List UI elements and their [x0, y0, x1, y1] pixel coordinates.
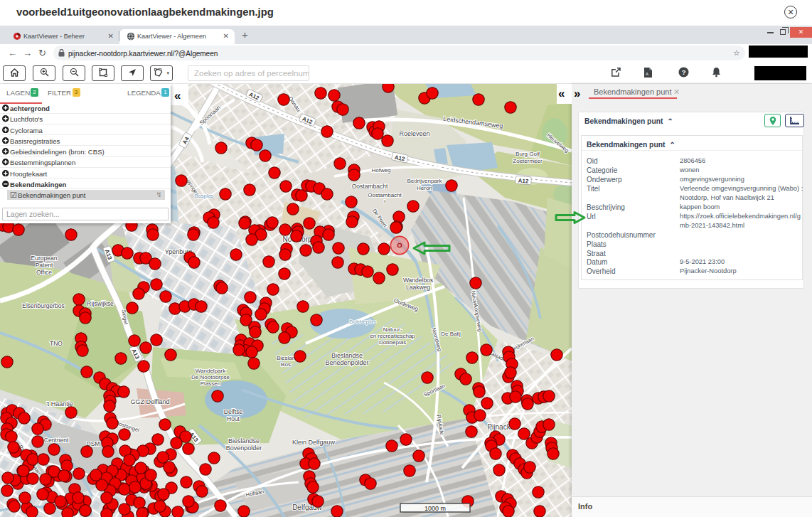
svg-text:Centrient: Centrient: [44, 437, 69, 444]
svg-text:Zoetermeer: Zoetermeer: [513, 158, 543, 164]
svg-text:Bieslan: Bieslan: [277, 355, 295, 361]
svg-text:Bieslandse: Bieslandse: [331, 352, 363, 359]
svg-text:European: European: [31, 255, 58, 262]
svg-text:Burg Golf: Burg Golf: [515, 151, 540, 157]
svg-text:Oostambacht: Oostambacht: [352, 183, 388, 190]
svg-text:Patent: Patent: [36, 262, 53, 269]
svg-text:Hofweg: Hofweg: [371, 167, 390, 174]
svg-text:A12: A12: [518, 177, 529, 184]
svg-text:De Balij: De Balij: [441, 331, 461, 337]
svg-text:Klein Delfgauw: Klein Delfgauw: [292, 439, 336, 446]
svg-text:Elsenburgerbos: Elsenburgerbos: [22, 302, 65, 309]
svg-text:Roeleveen: Roeleveen: [399, 130, 429, 137]
svg-text:Bieslandse: Bieslandse: [228, 437, 260, 444]
svg-text:Heron: Heron: [417, 185, 432, 191]
svg-text:TNO: TNO: [50, 340, 63, 347]
svg-text:De Nootdorpse: De Nootdorpse: [191, 374, 230, 380]
svg-text:Bos: Bos: [281, 361, 291, 368]
svg-text:Plassen: Plassen: [201, 380, 220, 387]
svg-text:GGZ Delfland: GGZ Delfland: [130, 398, 169, 405]
svg-text:Wandelbos: Wandelbos: [403, 277, 433, 284]
svg-text:Dobbeplas: Dobbeplas: [379, 339, 406, 346]
svg-text:Oostambacht: Oostambacht: [368, 192, 402, 198]
svg-text:en recreatieschap: en recreatieschap: [370, 333, 415, 339]
svg-text:Benedenpolder: Benedenpolder: [325, 359, 368, 366]
svg-text:I: I: [384, 198, 385, 205]
svg-text:Wandelpark: Wandelpark: [196, 368, 226, 374]
svg-text:Bosplas: Bosplas: [195, 193, 214, 199]
svg-text:Bedrijvenpark: Bedrijvenpark: [407, 178, 443, 184]
svg-text:A: A: [646, 72, 648, 76]
svg-text:Dobbeplas: Dobbeplas: [349, 319, 376, 325]
svg-text:Natuur-: Natuur-: [383, 326, 402, 333]
svg-text:?: ?: [682, 68, 686, 76]
svg-text:1000 m: 1000 m: [424, 505, 446, 512]
svg-text:Office: Office: [36, 269, 52, 276]
svg-text:Delftse: Delftse: [224, 408, 243, 415]
svg-text:Laakweg: Laakweg: [406, 284, 430, 291]
svg-text:Rijswijkse: Rijswijkse: [87, 300, 114, 307]
svg-text:Bovenpolder: Bovenpolder: [226, 444, 262, 452]
svg-text:Hout: Hout: [227, 415, 240, 422]
svg-text:'t Haantje: 't Haantje: [46, 400, 73, 407]
